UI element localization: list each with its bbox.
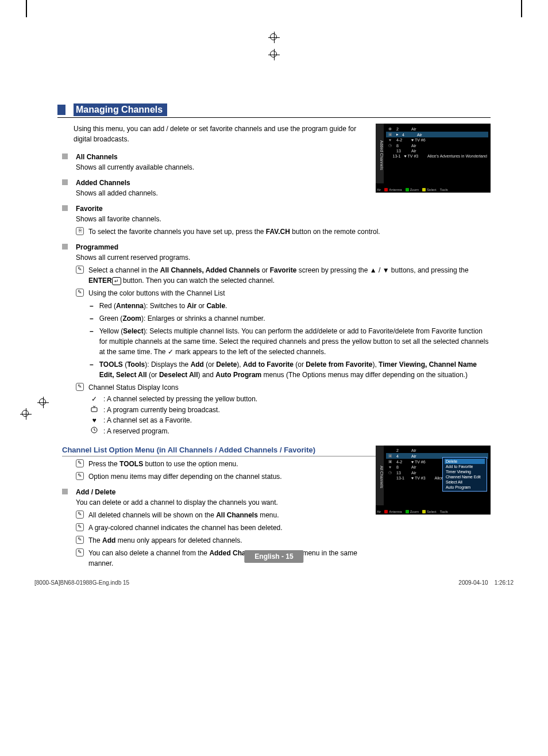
tools-item: Select All [445, 479, 485, 485]
list-item-tools: –TOOLS (Tools): Displays the Add (or Del… [90, 359, 491, 380]
body-favorite: Shows all favorite channels. [76, 214, 491, 224]
page-number-badge: English - 15 [244, 550, 303, 563]
icon-legend-heart: ♥: A channel set as a Favorite. [90, 416, 491, 424]
note-icon: ✎ [76, 459, 84, 467]
tv-tab-label: Added Channels [376, 124, 384, 183]
intro-text: Using this menu, you can add / delete or… [74, 124, 372, 144]
svg-rect-0 [91, 408, 97, 412]
list-item-red: –Red (Antenna): Switches to Air or Cable… [90, 301, 491, 311]
tv-legend: Air Antenna Zoom Select Tools [377, 510, 489, 513]
heading-favorite: Favorite [62, 204, 491, 213]
section-title: Managing Channels [74, 103, 167, 116]
clock-icon [90, 427, 99, 435]
tv-row: ♥4-2♥ TV #6 [386, 137, 488, 143]
heading-programmed: Programmed [62, 243, 491, 251]
tools-popup: Delete Add to Favorite Timer Viewing Cha… [442, 457, 487, 492]
section-header: Managing Channels [57, 103, 491, 118]
print-footer: [8000-SA]BN68-01988G-Eng.indb 15 2009-04… [34, 580, 514, 586]
tools-item: Add to Favorite [445, 464, 485, 469]
tv-row: 2Air [386, 448, 488, 453]
icon-legend-broadcast: : A program currently being broadcast. [90, 405, 491, 414]
registration-mark-bottom [268, 49, 280, 60]
tv-legend: Air Antenna Zoom Select Tools [377, 188, 489, 191]
note-select-channel: ✎ Select a channel in the All Channels, … [76, 265, 491, 286]
registration-mark-top [268, 32, 280, 43]
tv-row: 13Air [386, 148, 488, 153]
note-icon: ✎ [76, 536, 84, 544]
note-icon: ✎ [76, 266, 84, 274]
tools-item: Timer Viewing [445, 469, 485, 474]
note-favorite: ⎘ To select the favorite channels you ha… [76, 227, 491, 237]
tv-row-selected: ▣▸4Air [386, 132, 488, 137]
note-icon: ✎ [76, 383, 84, 391]
tv-screenshot-all-channels: All Channels 2Air ▣4Air ▣4-2♥ TV #6 ♥8Ai… [376, 446, 491, 515]
note-delete-from-menus: ✎ You can also delete a channel from the… [76, 548, 375, 569]
note-icon: ✎ [76, 472, 84, 480]
note-color-buttons: ✎ Using the color buttons with the Chann… [76, 288, 491, 298]
tv-screenshot-added-channels: Added Channels ◉2Air ▣▸4Air ♥4-2♥ TV #6 … [376, 124, 491, 193]
remote-icon: ⎘ [76, 227, 84, 235]
section-accent-bar [57, 105, 65, 115]
tv-row: 13-1♥ TV #3 Alice's Adventures in Wonder… [386, 153, 488, 159]
tv-tab-label: All Channels [376, 446, 384, 505]
note-icon: ✎ [76, 289, 84, 297]
icon-legend-clock: : A reserved program. [90, 427, 491, 435]
icon-legend-check: ✓: A channel selected by pressing the ye… [90, 395, 491, 403]
tv-row: ◉2Air [386, 126, 488, 132]
enter-icon: ↵ [112, 277, 121, 285]
tools-item: Channel Name Edit [445, 474, 485, 479]
note-icon: ✎ [76, 511, 84, 519]
note-gray-channel: ✎ A gray-colored channel indicates the c… [76, 523, 491, 533]
list-item-green: –Green (Zoom): Enlarges or shrinks a cha… [90, 313, 491, 324]
body-programmed: Shows all current reserved programs. [76, 252, 491, 263]
print-footer-left: [8000-SA]BN68-01988G-Eng.indb 15 [34, 580, 129, 586]
print-footer-right: 2009-04-10 1:26:12 [458, 580, 514, 586]
heart-icon: ♥ [90, 416, 99, 424]
tv-row: ◷8Air [386, 143, 488, 148]
note-add-menu: ✎ The Add menu only appears for deleted … [76, 535, 491, 546]
broadcast-icon [90, 405, 99, 414]
check-icon: ✓ [90, 395, 99, 403]
note-status-icons: ✎ Channel Status Display Icons [76, 382, 491, 393]
list-item-yellow: –Yellow (Select): Selects multiple chann… [90, 326, 491, 357]
tools-item-delete: Delete [445, 459, 485, 464]
tools-item: Auto Program [445, 485, 485, 490]
note-icon: ✎ [76, 548, 84, 557]
note-icon: ✎ [76, 523, 84, 531]
